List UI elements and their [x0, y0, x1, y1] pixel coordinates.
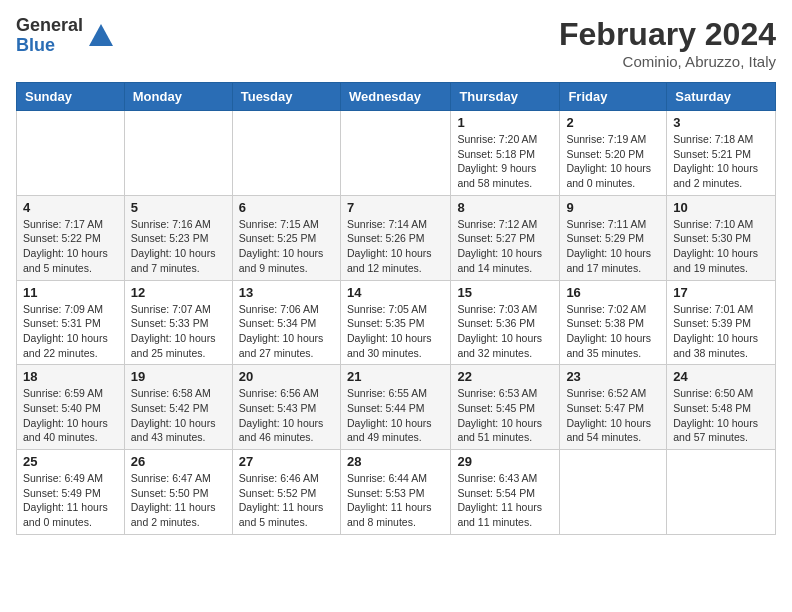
page-header: General Blue February 2024 Cominio, Abru…	[16, 16, 776, 70]
calendar-cell	[232, 111, 340, 196]
month-year-title: February 2024	[559, 16, 776, 53]
calendar-week-3: 11Sunrise: 7:09 AMSunset: 5:31 PMDayligh…	[17, 280, 776, 365]
weekday-header-monday: Monday	[124, 83, 232, 111]
day-number: 27	[239, 454, 334, 469]
calendar-cell: 11Sunrise: 7:09 AMSunset: 5:31 PMDayligh…	[17, 280, 125, 365]
logo-blue-text: Blue	[16, 36, 83, 56]
calendar-cell: 17Sunrise: 7:01 AMSunset: 5:39 PMDayligh…	[667, 280, 776, 365]
day-info: Sunrise: 7:06 AMSunset: 5:34 PMDaylight:…	[239, 302, 334, 361]
calendar-cell: 7Sunrise: 7:14 AMSunset: 5:26 PMDaylight…	[340, 195, 450, 280]
calendar-cell: 29Sunrise: 6:43 AMSunset: 5:54 PMDayligh…	[451, 450, 560, 535]
calendar-cell: 19Sunrise: 6:58 AMSunset: 5:42 PMDayligh…	[124, 365, 232, 450]
calendar-cell: 5Sunrise: 7:16 AMSunset: 5:23 PMDaylight…	[124, 195, 232, 280]
calendar-cell: 9Sunrise: 7:11 AMSunset: 5:29 PMDaylight…	[560, 195, 667, 280]
day-info: Sunrise: 7:12 AMSunset: 5:27 PMDaylight:…	[457, 217, 553, 276]
day-info: Sunrise: 7:05 AMSunset: 5:35 PMDaylight:…	[347, 302, 444, 361]
day-info: Sunrise: 6:59 AMSunset: 5:40 PMDaylight:…	[23, 386, 118, 445]
calendar-week-1: 1Sunrise: 7:20 AMSunset: 5:18 PMDaylight…	[17, 111, 776, 196]
day-number: 17	[673, 285, 769, 300]
day-info: Sunrise: 6:56 AMSunset: 5:43 PMDaylight:…	[239, 386, 334, 445]
day-number: 19	[131, 369, 226, 384]
calendar-cell: 20Sunrise: 6:56 AMSunset: 5:43 PMDayligh…	[232, 365, 340, 450]
day-info: Sunrise: 7:19 AMSunset: 5:20 PMDaylight:…	[566, 132, 660, 191]
calendar-cell: 24Sunrise: 6:50 AMSunset: 5:48 PMDayligh…	[667, 365, 776, 450]
day-info: Sunrise: 6:53 AMSunset: 5:45 PMDaylight:…	[457, 386, 553, 445]
calendar-cell: 8Sunrise: 7:12 AMSunset: 5:27 PMDaylight…	[451, 195, 560, 280]
day-number: 15	[457, 285, 553, 300]
day-number: 4	[23, 200, 118, 215]
day-info: Sunrise: 7:17 AMSunset: 5:22 PMDaylight:…	[23, 217, 118, 276]
calendar-cell: 2Sunrise: 7:19 AMSunset: 5:20 PMDaylight…	[560, 111, 667, 196]
calendar-cell: 6Sunrise: 7:15 AMSunset: 5:25 PMDaylight…	[232, 195, 340, 280]
day-info: Sunrise: 6:43 AMSunset: 5:54 PMDaylight:…	[457, 471, 553, 530]
day-number: 9	[566, 200, 660, 215]
day-number: 21	[347, 369, 444, 384]
day-info: Sunrise: 6:50 AMSunset: 5:48 PMDaylight:…	[673, 386, 769, 445]
calendar-week-4: 18Sunrise: 6:59 AMSunset: 5:40 PMDayligh…	[17, 365, 776, 450]
weekday-header-tuesday: Tuesday	[232, 83, 340, 111]
calendar-table: SundayMondayTuesdayWednesdayThursdayFrid…	[16, 82, 776, 535]
day-info: Sunrise: 6:49 AMSunset: 5:49 PMDaylight:…	[23, 471, 118, 530]
calendar-cell: 16Sunrise: 7:02 AMSunset: 5:38 PMDayligh…	[560, 280, 667, 365]
day-number: 14	[347, 285, 444, 300]
day-number: 8	[457, 200, 553, 215]
calendar-cell: 28Sunrise: 6:44 AMSunset: 5:53 PMDayligh…	[340, 450, 450, 535]
day-number: 18	[23, 369, 118, 384]
day-info: Sunrise: 6:52 AMSunset: 5:47 PMDaylight:…	[566, 386, 660, 445]
day-info: Sunrise: 7:15 AMSunset: 5:25 PMDaylight:…	[239, 217, 334, 276]
calendar-cell: 27Sunrise: 6:46 AMSunset: 5:52 PMDayligh…	[232, 450, 340, 535]
day-info: Sunrise: 7:11 AMSunset: 5:29 PMDaylight:…	[566, 217, 660, 276]
calendar-cell	[560, 450, 667, 535]
calendar-cell	[124, 111, 232, 196]
calendar-cell: 26Sunrise: 6:47 AMSunset: 5:50 PMDayligh…	[124, 450, 232, 535]
day-info: Sunrise: 6:44 AMSunset: 5:53 PMDaylight:…	[347, 471, 444, 530]
weekday-header-thursday: Thursday	[451, 83, 560, 111]
weekday-header-saturday: Saturday	[667, 83, 776, 111]
day-number: 7	[347, 200, 444, 215]
day-info: Sunrise: 6:55 AMSunset: 5:44 PMDaylight:…	[347, 386, 444, 445]
calendar-cell: 12Sunrise: 7:07 AMSunset: 5:33 PMDayligh…	[124, 280, 232, 365]
calendar-cell: 21Sunrise: 6:55 AMSunset: 5:44 PMDayligh…	[340, 365, 450, 450]
day-info: Sunrise: 6:46 AMSunset: 5:52 PMDaylight:…	[239, 471, 334, 530]
weekday-header-friday: Friday	[560, 83, 667, 111]
day-info: Sunrise: 7:01 AMSunset: 5:39 PMDaylight:…	[673, 302, 769, 361]
day-info: Sunrise: 7:16 AMSunset: 5:23 PMDaylight:…	[131, 217, 226, 276]
day-number: 5	[131, 200, 226, 215]
weekday-header-sunday: Sunday	[17, 83, 125, 111]
calendar-week-5: 25Sunrise: 6:49 AMSunset: 5:49 PMDayligh…	[17, 450, 776, 535]
calendar-week-2: 4Sunrise: 7:17 AMSunset: 5:22 PMDaylight…	[17, 195, 776, 280]
day-number: 29	[457, 454, 553, 469]
day-number: 23	[566, 369, 660, 384]
weekday-header-wednesday: Wednesday	[340, 83, 450, 111]
day-number: 12	[131, 285, 226, 300]
day-number: 20	[239, 369, 334, 384]
logo: General Blue	[16, 16, 115, 56]
logo-icon	[87, 22, 115, 50]
day-number: 11	[23, 285, 118, 300]
day-info: Sunrise: 7:02 AMSunset: 5:38 PMDaylight:…	[566, 302, 660, 361]
day-number: 22	[457, 369, 553, 384]
day-number: 28	[347, 454, 444, 469]
day-info: Sunrise: 7:20 AMSunset: 5:18 PMDaylight:…	[457, 132, 553, 191]
calendar-cell: 1Sunrise: 7:20 AMSunset: 5:18 PMDaylight…	[451, 111, 560, 196]
day-number: 16	[566, 285, 660, 300]
calendar-cell: 10Sunrise: 7:10 AMSunset: 5:30 PMDayligh…	[667, 195, 776, 280]
title-section: February 2024 Cominio, Abruzzo, Italy	[559, 16, 776, 70]
calendar-cell	[17, 111, 125, 196]
day-number: 10	[673, 200, 769, 215]
day-info: Sunrise: 7:03 AMSunset: 5:36 PMDaylight:…	[457, 302, 553, 361]
calendar-cell: 15Sunrise: 7:03 AMSunset: 5:36 PMDayligh…	[451, 280, 560, 365]
day-number: 25	[23, 454, 118, 469]
calendar-cell: 13Sunrise: 7:06 AMSunset: 5:34 PMDayligh…	[232, 280, 340, 365]
calendar-cell: 23Sunrise: 6:52 AMSunset: 5:47 PMDayligh…	[560, 365, 667, 450]
day-info: Sunrise: 7:07 AMSunset: 5:33 PMDaylight:…	[131, 302, 226, 361]
day-number: 6	[239, 200, 334, 215]
day-number: 13	[239, 285, 334, 300]
day-info: Sunrise: 7:14 AMSunset: 5:26 PMDaylight:…	[347, 217, 444, 276]
day-number: 1	[457, 115, 553, 130]
day-info: Sunrise: 7:18 AMSunset: 5:21 PMDaylight:…	[673, 132, 769, 191]
calendar-cell: 22Sunrise: 6:53 AMSunset: 5:45 PMDayligh…	[451, 365, 560, 450]
calendar-cell: 18Sunrise: 6:59 AMSunset: 5:40 PMDayligh…	[17, 365, 125, 450]
svg-marker-0	[89, 24, 113, 46]
day-info: Sunrise: 6:47 AMSunset: 5:50 PMDaylight:…	[131, 471, 226, 530]
